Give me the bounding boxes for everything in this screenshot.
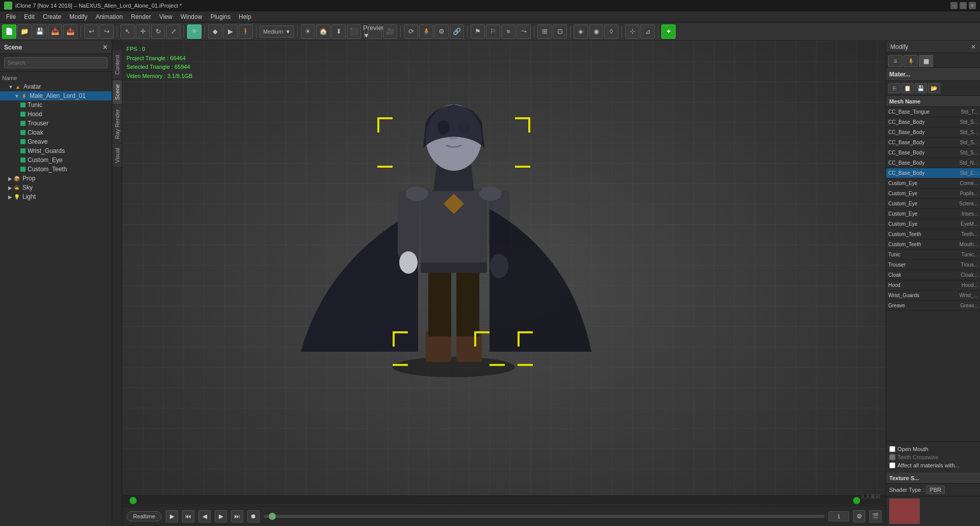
tree-custom-eye[interactable]: Custom_Eye [0,155,112,165]
mesh-row[interactable]: Custom_Eye Corne... [886,178,980,189]
extra-btn1[interactable]: ⊞ [537,24,552,39]
prev-frame-button[interactable]: ⏮ [182,510,194,522]
save-button[interactable]: 💾 [33,24,47,39]
tree-hood[interactable]: Hood [0,110,112,119]
tree-model[interactable]: ▼ 🧍 Male_Alien_Lord_01 [0,91,112,100]
plus-button[interactable]: ✦ [661,24,676,39]
menu-plugins[interactable]: Plugins [207,12,235,21]
mesh-row[interactable]: Hood Hood... [886,280,980,291]
menu-edit[interactable]: Edit [20,12,39,21]
redo-button[interactable]: ↪ [99,24,114,39]
scene-close-icon[interactable]: ✕ [102,44,108,51]
mesh-row[interactable]: CC_Base_Body Std_N... [886,158,980,168]
tree-tunic[interactable]: Tunic [0,100,112,110]
modify-tab-material[interactable]: ▦ [919,55,933,67]
settings-icon[interactable]: ⚙ [853,510,865,522]
step-forward-button[interactable]: ▶ [215,510,227,522]
flag-btn[interactable]: ⚑ [471,24,485,39]
mesh-row[interactable]: Tunic Tunic... [886,250,980,260]
mat-save-button[interactable]: 💾 [915,83,927,93]
menu-help[interactable]: Help [235,12,255,21]
timeline-position[interactable] [269,513,276,520]
menu-modify[interactable]: Modify [65,12,91,21]
maximize-button[interactable]: □ [960,2,967,9]
keyframe-button[interactable]: ◆ [208,24,222,39]
menu-animation[interactable]: Animation [91,12,126,21]
cube-button[interactable]: ⬛ [347,24,361,39]
anim-btn2[interactable]: 🧍 [419,24,433,39]
mesh-row[interactable]: CC_Base_Tongue Std_T... [886,107,980,117]
tree-avatar[interactable]: ▼ ▲ Avatar [0,82,112,91]
mesh-row[interactable]: Custom_Eye Sclera... [886,199,980,209]
mat-load-button[interactable]: 📂 [928,83,940,93]
play-button[interactable]: ▶ [166,510,178,522]
new-project-button[interactable]: 📄 [2,24,16,39]
import-button[interactable]: 📥 [48,24,62,39]
anim-btn4[interactable]: 🔗 [450,24,464,39]
anim-btn3[interactable]: ⚙ [434,24,449,39]
mesh-row[interactable]: CC_Base_Body Std_S... [886,117,980,127]
open-mouth-checkbox[interactable] [889,446,895,452]
menu-create[interactable]: Create [39,12,65,21]
rotate-button[interactable]: ↻ [151,24,165,39]
mesh-row[interactable]: Custom_Eye Irises... [886,209,980,219]
close-button[interactable]: ✕ [969,2,976,9]
record-button[interactable]: ⏺ [247,510,260,522]
extra-btn4[interactable]: ◉ [589,24,603,39]
tree-wrist-guards[interactable]: Wrist_Guards [0,146,112,155]
mesh-row[interactable]: Cloak Cloak... [886,270,980,280]
modify-tab-person[interactable]: 🧍 [904,55,918,67]
menu-window[interactable]: Window [176,12,207,21]
scale-button[interactable]: ⤢ [166,24,180,39]
teeth-crosswise-checkbox[interactable] [889,454,895,460]
mesh-row[interactable]: Custom_Teeth Teeth... [886,229,980,240]
quality-dropdown[interactable]: Medium ▼ [260,25,294,38]
menu-file[interactable]: File [2,12,20,21]
mesh-row[interactable]: CC_Base_Body Std_S... [886,127,980,138]
affect-all-checkbox[interactable] [889,462,895,468]
modify-close-icon[interactable]: ✕ [971,43,976,50]
minimize-button[interactable]: ─ [950,2,958,9]
mesh-row[interactable]: Custom_Eye EyeM... [886,219,980,229]
menu-render[interactable]: Render [127,12,155,21]
mesh-row[interactable]: Greave Greav... [886,301,980,311]
tree-sky[interactable]: ▶ 🌥 Sky [0,183,112,192]
menu-view[interactable]: View [155,12,176,21]
mesh-row[interactable]: Wrist_Guards Wrist_... [886,291,980,301]
modify-tab-sliders[interactable]: ≡ [888,55,902,67]
undo-button[interactable]: ↩ [84,24,98,39]
anim-btn1[interactable]: ⟳ [404,24,418,39]
mat-paste-button[interactable]: 📋 [901,83,914,93]
motion-button[interactable]: ▶ [223,24,238,39]
timeline-thumb-right[interactable] [853,497,860,504]
screenshot-button[interactable]: 🎬 [869,510,882,522]
texture-preview-thumbnail[interactable] [889,498,920,524]
home-button[interactable]: 🏠 [316,24,330,39]
extra-btn6[interactable]: ⊹ [625,24,639,39]
extra-btn7[interactable]: ⊿ [640,24,655,39]
timeline-thumb-left[interactable] [130,497,137,504]
track-btn[interactable]: ≡ [501,24,515,39]
mesh-row[interactable]: Custom_Teeth Mouth... [886,240,980,250]
extra-btn3[interactable]: ◈ [574,24,588,39]
tree-prop[interactable]: ▶ 📦 Prop [0,174,112,183]
tree-cloak[interactable]: Cloak [0,128,112,137]
tree-light[interactable]: ▶ 💡 Light [0,192,112,201]
extra-btn2[interactable]: ⊡ [553,24,567,39]
frame-number-input[interactable] [829,511,849,521]
mesh-row[interactable]: Custom_Eye Pupils... [886,189,980,199]
mesh-row[interactable]: CC_Base_Body Std_S... [886,148,980,158]
timeline-bar[interactable] [264,515,824,518]
extra-btn5[interactable]: ◊ [604,24,618,39]
light-button[interactable]: ☀ [301,24,315,39]
next-frame-button[interactable]: ⏭ [231,510,243,522]
tab-ray-render[interactable]: Ray Render [113,105,122,143]
tab-content[interactable]: Content [113,51,122,79]
export-button[interactable]: 📤 [63,24,78,39]
preview-dropdown[interactable]: Preview ▼ [368,24,382,39]
mesh-row-base-body-selected[interactable]: CC_Base_Body Std_E... [886,168,980,178]
tree-trouser[interactable]: Trouser [0,119,112,128]
step-back-button[interactable]: ◀ [198,510,211,522]
tree-greave[interactable]: Greave [0,137,112,146]
flag-btn2[interactable]: ⚐ [486,24,500,39]
